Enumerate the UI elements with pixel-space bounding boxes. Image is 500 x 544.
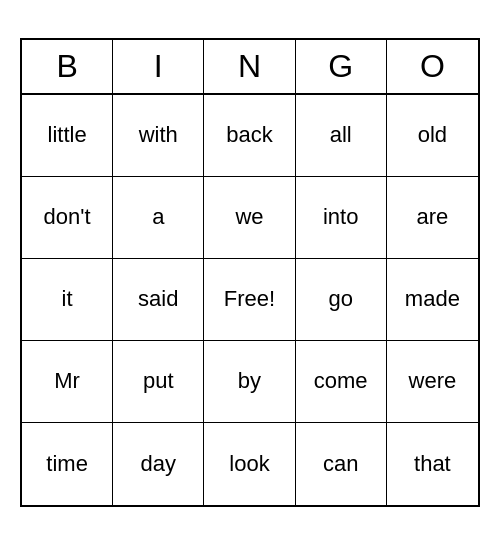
header-letter-i: I: [113, 40, 204, 93]
bingo-cell-2-1[interactable]: said: [113, 259, 204, 341]
bingo-cell-3-1[interactable]: put: [113, 341, 204, 423]
bingo-cell-2-4[interactable]: made: [387, 259, 478, 341]
header-letter-o: O: [387, 40, 478, 93]
bingo-cell-1-2[interactable]: we: [204, 177, 295, 259]
bingo-cell-0-4[interactable]: old: [387, 95, 478, 177]
bingo-card: BINGO littlewithbackallolddon'taweintoar…: [20, 38, 480, 507]
bingo-cell-1-3[interactable]: into: [296, 177, 387, 259]
bingo-cell-3-4[interactable]: were: [387, 341, 478, 423]
bingo-cell-4-1[interactable]: day: [113, 423, 204, 505]
bingo-header: BINGO: [22, 40, 478, 95]
header-letter-n: N: [204, 40, 295, 93]
bingo-grid: littlewithbackallolddon'taweintoareitsai…: [22, 95, 478, 505]
bingo-cell-0-3[interactable]: all: [296, 95, 387, 177]
bingo-cell-0-0[interactable]: little: [22, 95, 113, 177]
header-letter-b: B: [22, 40, 113, 93]
bingo-cell-2-3[interactable]: go: [296, 259, 387, 341]
bingo-cell-3-3[interactable]: come: [296, 341, 387, 423]
bingo-cell-4-3[interactable]: can: [296, 423, 387, 505]
bingo-cell-2-0[interactable]: it: [22, 259, 113, 341]
bingo-cell-2-2[interactable]: Free!: [204, 259, 295, 341]
bingo-cell-1-1[interactable]: a: [113, 177, 204, 259]
header-letter-g: G: [296, 40, 387, 93]
bingo-cell-4-4[interactable]: that: [387, 423, 478, 505]
bingo-cell-4-0[interactable]: time: [22, 423, 113, 505]
bingo-cell-3-0[interactable]: Mr: [22, 341, 113, 423]
bingo-cell-4-2[interactable]: look: [204, 423, 295, 505]
bingo-cell-3-2[interactable]: by: [204, 341, 295, 423]
bingo-cell-0-2[interactable]: back: [204, 95, 295, 177]
bingo-cell-1-4[interactable]: are: [387, 177, 478, 259]
bingo-cell-1-0[interactable]: don't: [22, 177, 113, 259]
bingo-cell-0-1[interactable]: with: [113, 95, 204, 177]
